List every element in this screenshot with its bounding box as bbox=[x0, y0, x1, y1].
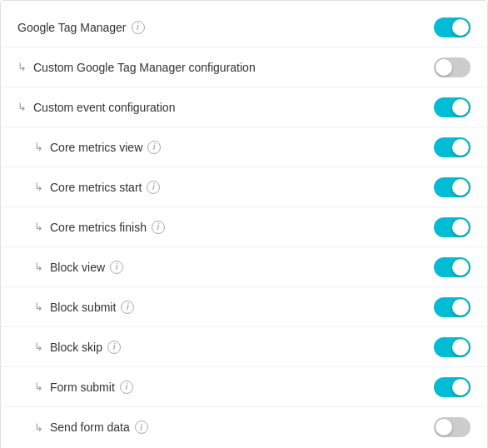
setting-row-google-tag-manager: Google Tag Manageri bbox=[1, 7, 487, 47]
label-core-metrics-start: Core metrics start bbox=[50, 181, 142, 194]
label-custom-gtm-config: Custom Google Tag Manager configuration bbox=[33, 61, 256, 74]
info-icon-google-tag-manager[interactable]: i bbox=[132, 21, 145, 34]
label-group-send-form-data: ↳Send form datai bbox=[17, 421, 148, 434]
label-group-core-metrics-view: ↳Core metrics viewi bbox=[17, 141, 161, 154]
label-group-form-submit: ↳Form submiti bbox=[17, 381, 133, 394]
indent-arrow-icon: ↳ bbox=[34, 221, 43, 233]
label-group-block-view: ↳Block viewi bbox=[17, 261, 123, 274]
toggle-core-metrics-view[interactable] bbox=[434, 137, 471, 157]
toggle-custom-gtm-config[interactable] bbox=[434, 57, 471, 77]
setting-row-block-skip: ↳Block skipi bbox=[1, 327, 487, 367]
label-core-metrics-finish: Core metrics finish bbox=[50, 221, 147, 234]
indent-arrow-icon: ↳ bbox=[34, 141, 43, 153]
info-icon-core-metrics-finish[interactable]: i bbox=[152, 221, 165, 234]
info-icon-core-metrics-start[interactable]: i bbox=[147, 181, 160, 194]
info-icon-send-form-data[interactable]: i bbox=[135, 421, 148, 434]
toggle-block-submit[interactable] bbox=[434, 297, 471, 317]
toggle-custom-event-config[interactable] bbox=[434, 97, 471, 117]
indent-arrow-icon: ↳ bbox=[34, 421, 43, 434]
indent-arrow-icon: ↳ bbox=[34, 341, 43, 353]
indent-arrow-icon: ↳ bbox=[34, 301, 43, 313]
label-block-submit: Block submit bbox=[50, 301, 116, 314]
settings-container: Google Tag Manageri↳Custom Google Tag Ma… bbox=[0, 0, 488, 448]
toggle-form-submit[interactable] bbox=[434, 377, 471, 397]
setting-row-custom-event-config: ↳Custom event configuration bbox=[1, 87, 487, 127]
label-block-view: Block view bbox=[50, 261, 105, 274]
toggle-block-view[interactable] bbox=[434, 257, 471, 277]
setting-row-block-submit: ↳Block submiti bbox=[1, 287, 487, 327]
indent-arrow-icon: ↳ bbox=[34, 261, 43, 273]
toggle-core-metrics-finish[interactable] bbox=[434, 217, 471, 237]
indent-arrow-icon: ↳ bbox=[34, 381, 43, 393]
setting-row-block-view: ↳Block viewi bbox=[1, 247, 487, 287]
label-send-form-data: Send form data bbox=[50, 421, 130, 434]
setting-row-core-metrics-view: ↳Core metrics viewi bbox=[1, 127, 487, 167]
label-group-custom-event-config: ↳Custom event configuration bbox=[17, 101, 175, 114]
info-icon-block-view[interactable]: i bbox=[110, 261, 123, 274]
info-icon-core-metrics-view[interactable]: i bbox=[147, 141, 161, 154]
setting-row-custom-gtm-config: ↳Custom Google Tag Manager configuration bbox=[1, 47, 487, 87]
info-icon-block-skip[interactable]: i bbox=[107, 341, 121, 354]
setting-row-core-metrics-start: ↳Core metrics starti bbox=[1, 167, 487, 207]
label-group-block-skip: ↳Block skipi bbox=[17, 341, 121, 354]
indent-arrow-icon: ↳ bbox=[17, 101, 27, 113]
toggle-send-form-data[interactable] bbox=[434, 417, 471, 437]
label-custom-event-config: Custom event configuration bbox=[33, 101, 175, 114]
indent-arrow-icon: ↳ bbox=[17, 61, 27, 73]
setting-row-send-form-data: ↳Send form datai bbox=[1, 407, 487, 447]
label-group-core-metrics-start: ↳Core metrics starti bbox=[17, 181, 160, 194]
setting-row-core-metrics-finish: ↳Core metrics finishi bbox=[1, 207, 487, 247]
info-icon-block-submit[interactable]: i bbox=[121, 301, 134, 314]
toggle-google-tag-manager[interactable] bbox=[434, 17, 471, 37]
label-block-skip: Block skip bbox=[50, 341, 102, 354]
toggle-block-skip[interactable] bbox=[434, 337, 471, 357]
toggle-core-metrics-start[interactable] bbox=[434, 177, 471, 197]
label-group-custom-gtm-config: ↳Custom Google Tag Manager configuration bbox=[17, 61, 256, 74]
label-group-core-metrics-finish: ↳Core metrics finishi bbox=[17, 221, 165, 234]
setting-row-form-submit: ↳Form submiti bbox=[1, 367, 487, 407]
info-icon-form-submit[interactable]: i bbox=[120, 381, 133, 394]
label-group-block-submit: ↳Block submiti bbox=[17, 301, 134, 314]
label-form-submit: Form submit bbox=[50, 381, 115, 394]
label-core-metrics-view: Core metrics view bbox=[50, 141, 142, 154]
label-google-tag-manager: Google Tag Manager bbox=[17, 21, 127, 34]
label-group-google-tag-manager: Google Tag Manageri bbox=[17, 21, 145, 34]
indent-arrow-icon: ↳ bbox=[34, 181, 43, 193]
